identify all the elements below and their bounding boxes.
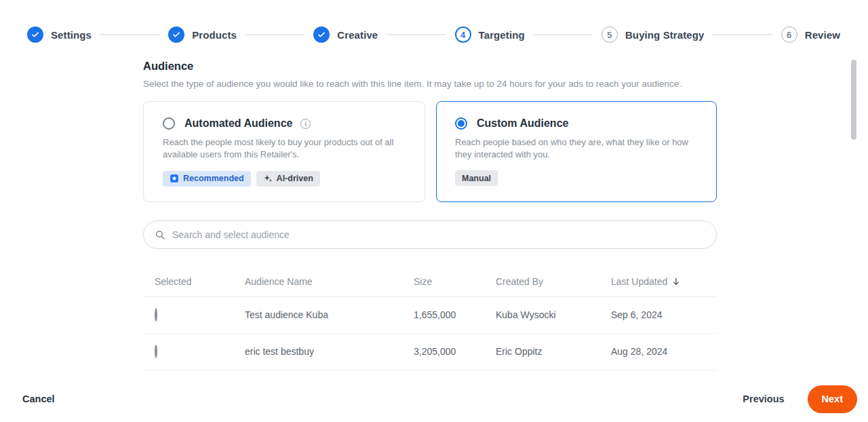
step-connector (534, 34, 593, 35)
check-icon (31, 31, 39, 39)
badge-label: AI-driven (277, 174, 313, 183)
step-connector (713, 34, 772, 35)
vertical-scrollbar[interactable] (851, 60, 856, 140)
wizard-stepper: Settings Products Creative 4 Targeting 5… (0, 0, 868, 43)
row-select-radio[interactable] (155, 345, 157, 358)
ai-sparkle-icon (263, 174, 273, 183)
audience-table: Selected Audience Name Size Created By L… (143, 267, 717, 370)
cancel-button[interactable]: Cancel (22, 394, 55, 404)
step-current-circle: 4 (455, 26, 471, 43)
audience-name-cell: Test audience Kuba (245, 309, 414, 320)
column-header-last-updated[interactable]: Last Updated (611, 276, 717, 287)
step-label: Products (192, 29, 237, 41)
row-select-radio[interactable] (155, 308, 157, 322)
audience-search (143, 220, 717, 249)
card-description: Reach people based on who they are, what… (455, 136, 694, 161)
previous-button[interactable]: Previous (743, 394, 784, 404)
table-header-row: Selected Audience Name Size Created By L… (143, 267, 717, 297)
custom-audience-radio[interactable] (455, 117, 467, 130)
automated-audience-radio[interactable] (163, 117, 175, 130)
step-upcoming-circle: 6 (781, 26, 797, 43)
size-cell: 3,205,000 (414, 346, 496, 357)
step-settings[interactable]: Settings (27, 26, 92, 43)
step-targeting[interactable]: 4 Targeting (455, 26, 525, 43)
automated-audience-card[interactable]: Automated Audience i Reach the people mo… (143, 101, 425, 202)
column-header-created-by: Created By (496, 276, 611, 287)
step-label: Buying Strategy (625, 29, 705, 41)
step-label: Creative (337, 29, 378, 41)
page-title: Audience (143, 60, 717, 73)
size-cell: 1,655,000 (414, 309, 496, 320)
step-complete-circle (27, 26, 43, 43)
card-description: Reach the people most likely to buy your… (163, 136, 401, 161)
card-title: Custom Audience (477, 117, 568, 130)
step-label: Review (805, 29, 840, 41)
audience-section: Audience Select the type of audience you… (143, 60, 717, 370)
audience-name-cell: eric test bestbuy (245, 346, 414, 357)
next-button[interactable]: Next (808, 385, 857, 413)
search-icon (155, 229, 165, 240)
column-header-selected: Selected (155, 276, 245, 287)
table-row[interactable]: eric test bestbuy 3,205,000 Eric Oppitz … (143, 334, 717, 370)
step-label: Settings (51, 29, 92, 41)
search-input[interactable] (172, 229, 705, 240)
audience-type-cards: Automated Audience i Reach the people mo… (143, 101, 717, 202)
step-complete-circle (313, 26, 330, 43)
recommended-badge: Recommended (163, 171, 251, 187)
step-buying-strategy[interactable]: 5 Buying Strategy (601, 26, 705, 43)
sort-desc-icon (671, 277, 681, 286)
badge-label: Manual (462, 174, 491, 183)
manual-badge: Manual (455, 170, 498, 186)
step-connector (245, 34, 304, 35)
wizard-footer: Cancel Previous Next (0, 380, 868, 422)
step-upcoming-circle: 5 (601, 26, 618, 43)
card-title: Automated Audience (184, 117, 292, 130)
badge-label: Recommended (183, 174, 244, 183)
step-label: Targeting (479, 29, 525, 41)
step-complete-circle (168, 26, 184, 43)
page-subtitle: Select the type of audience you would li… (143, 79, 717, 89)
info-icon[interactable]: i (300, 119, 311, 129)
recommended-icon (170, 174, 179, 183)
step-connector (100, 34, 159, 35)
custom-audience-card[interactable]: Custom Audience Reach people based on wh… (436, 101, 717, 202)
step-connector (387, 34, 446, 35)
last-updated-cell: Aug 28, 2024 (611, 346, 717, 357)
step-review[interactable]: 6 Review (781, 26, 840, 43)
step-products[interactable]: Products (168, 26, 237, 43)
last-updated-cell: Sep 6, 2024 (611, 309, 717, 320)
created-by-cell: Eric Oppitz (496, 346, 611, 357)
created-by-cell: Kuba Wysocki (496, 309, 611, 320)
ai-driven-badge: AI-driven (256, 171, 320, 187)
step-creative[interactable]: Creative (313, 26, 378, 43)
column-header-name: Audience Name (245, 276, 414, 287)
check-icon (317, 31, 326, 39)
table-row[interactable]: Test audience Kuba 1,655,000 Kuba Wysock… (143, 297, 717, 334)
check-icon (172, 31, 180, 39)
column-header-size: Size (414, 276, 496, 287)
